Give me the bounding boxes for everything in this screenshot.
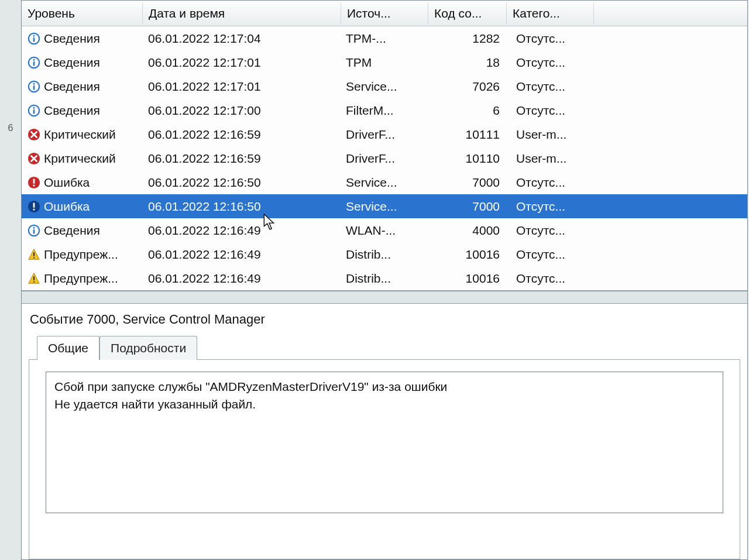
col-header-category[interactable]: Катего... bbox=[507, 3, 594, 24]
cell-category: User-m... bbox=[510, 126, 597, 143]
level-text: Сведения bbox=[44, 56, 100, 70]
cell-source: Service... bbox=[340, 198, 427, 215]
detail-tabs: Общие Подробности bbox=[29, 335, 740, 359]
cell-category: Отсутс... bbox=[510, 102, 597, 119]
cell-level: Сведения bbox=[22, 102, 142, 119]
cell-source: Service... bbox=[340, 78, 427, 95]
table-row[interactable]: Сведения06.01.2022 12:17:01Service...702… bbox=[22, 74, 747, 98]
event-message-line1: Сбой при запуске службы "AMDRyzenMasterD… bbox=[54, 378, 714, 396]
cell-event-id: 7000 bbox=[427, 174, 510, 191]
event-title: Событие 7000, Service Control Manager bbox=[29, 310, 740, 335]
left-rail-char: 6 bbox=[0, 123, 21, 133]
cell-date: 06.01.2022 12:16:59 bbox=[142, 126, 340, 143]
table-row[interactable]: Сведения06.01.2022 12:16:49WLAN-...4000О… bbox=[22, 218, 747, 242]
svg-rect-10 bbox=[33, 109, 35, 114]
cell-date: 06.01.2022 12:16:49 bbox=[142, 222, 340, 239]
table-row[interactable]: Критический06.01.2022 12:16:59DriverF...… bbox=[22, 146, 747, 170]
svg-rect-7 bbox=[33, 85, 35, 90]
event-viewer-window: Уровень Дата и время Источ... Код со... … bbox=[21, 0, 748, 560]
cell-category: Отсутс... bbox=[510, 246, 597, 263]
table-row[interactable]: Сведения06.01.2022 12:17:00FilterM...6От… bbox=[22, 98, 747, 122]
table-row[interactable]: Предупреж...06.01.2022 12:16:49Distrib..… bbox=[22, 242, 747, 266]
info-icon bbox=[28, 104, 40, 117]
cell-date: 06.01.2022 12:17:01 bbox=[142, 78, 340, 95]
cell-event-id: 18 bbox=[427, 54, 510, 71]
level-text: Сведения bbox=[44, 32, 100, 46]
cell-level: Предупреж... bbox=[22, 246, 142, 263]
table-row[interactable]: Сведения06.01.2022 12:17:01TPM18Отсутс..… bbox=[22, 50, 747, 74]
cell-source: WLAN-... bbox=[340, 222, 427, 239]
cell-event-id: 7026 bbox=[427, 78, 510, 95]
cell-source: Distrib... bbox=[340, 246, 427, 263]
cell-source: TPM bbox=[340, 54, 427, 71]
tab-general[interactable]: Общие bbox=[37, 336, 99, 360]
level-text: Предупреж... bbox=[44, 248, 118, 262]
table-row[interactable]: Критический06.01.2022 12:16:59DriverF...… bbox=[22, 122, 747, 146]
svg-rect-21 bbox=[33, 229, 35, 233]
info-icon bbox=[28, 32, 40, 45]
cell-date: 06.01.2022 12:16:49 bbox=[142, 246, 340, 263]
error-icon bbox=[28, 176, 40, 189]
cell-level: Ошибка bbox=[22, 174, 142, 191]
svg-rect-24 bbox=[33, 257, 35, 259]
svg-rect-25 bbox=[33, 276, 35, 280]
info-icon bbox=[28, 224, 40, 237]
cell-level: Сведения bbox=[22, 78, 142, 95]
cell-level: Ошибка bbox=[22, 198, 142, 215]
svg-rect-23 bbox=[33, 252, 35, 256]
col-header-source[interactable]: Источ... bbox=[341, 3, 428, 24]
cell-source: Service... bbox=[340, 174, 427, 191]
svg-rect-18 bbox=[33, 203, 35, 208]
level-text: Сведения bbox=[44, 104, 100, 118]
left-rail: 6 bbox=[0, 0, 22, 560]
cell-source: DriverF... bbox=[340, 150, 427, 167]
cell-source: FilterM... bbox=[340, 102, 427, 119]
svg-rect-8 bbox=[33, 83, 35, 85]
level-text: Критический bbox=[44, 128, 116, 142]
level-text: Предупреж... bbox=[44, 272, 118, 286]
svg-rect-1 bbox=[33, 37, 35, 42]
cell-source: DriverF... bbox=[340, 126, 427, 143]
cell-level: Сведения bbox=[22, 54, 142, 71]
pane-splitter[interactable] bbox=[22, 290, 747, 304]
cell-date: 06.01.2022 12:16:49 bbox=[142, 270, 340, 287]
info-icon bbox=[28, 56, 40, 69]
svg-rect-16 bbox=[33, 185, 35, 187]
cell-level: Сведения bbox=[22, 30, 142, 47]
cell-category: User-m... bbox=[510, 150, 597, 167]
col-header-date[interactable]: Дата и время bbox=[143, 3, 341, 24]
event-message-box: Сбой при запуске службы "AMDRyzenMasterD… bbox=[46, 372, 723, 513]
cell-category: Отсутс... bbox=[510, 270, 597, 287]
cell-category: Отсутс... bbox=[510, 222, 597, 239]
col-header-level[interactable]: Уровень bbox=[22, 3, 143, 24]
cell-date: 06.01.2022 12:16:59 bbox=[142, 150, 340, 167]
col-header-event-id[interactable]: Код со... bbox=[428, 3, 507, 24]
cell-date: 06.01.2022 12:17:01 bbox=[142, 54, 340, 71]
cell-category: Отсутс... bbox=[510, 174, 597, 191]
table-row[interactable]: Предупреж...06.01.2022 12:16:49Distrib..… bbox=[22, 266, 747, 290]
cell-date: 06.01.2022 12:17:04 bbox=[142, 30, 340, 47]
svg-rect-2 bbox=[33, 35, 35, 37]
critical-icon bbox=[28, 128, 40, 141]
tab-details[interactable]: Подробности bbox=[99, 336, 197, 360]
cell-category: Отсутс... bbox=[510, 30, 597, 47]
table-row[interactable]: Сведения06.01.2022 12:17:04TPM-...1282От… bbox=[22, 26, 747, 50]
table-row[interactable]: Ошибка06.01.2022 12:16:50Service...7000О… bbox=[22, 194, 747, 218]
cell-level: Сведения bbox=[22, 222, 142, 239]
cell-level: Предупреж... bbox=[22, 270, 142, 287]
cell-category: Отсутс... bbox=[510, 78, 597, 95]
info-icon bbox=[28, 80, 40, 93]
cell-category: Отсутс... bbox=[510, 198, 597, 215]
error-icon bbox=[28, 200, 40, 213]
cell-date: 06.01.2022 12:16:50 bbox=[142, 174, 340, 191]
details-pane: Событие 7000, Service Control Manager Об… bbox=[22, 304, 747, 559]
table-row[interactable]: Ошибка06.01.2022 12:16:50Service...7000О… bbox=[22, 170, 747, 194]
cell-event-id: 10016 bbox=[427, 270, 510, 287]
cell-event-id: 10111 bbox=[427, 126, 510, 143]
cell-event-id: 4000 bbox=[427, 222, 510, 239]
cell-event-id: 7000 bbox=[427, 198, 510, 215]
level-text: Сведения bbox=[44, 80, 100, 94]
level-text: Критический bbox=[44, 152, 116, 166]
cell-event-id: 6 bbox=[427, 102, 510, 119]
tab-general-body: Сбой при запуске службы "AMDRyzenMasterD… bbox=[29, 359, 740, 559]
